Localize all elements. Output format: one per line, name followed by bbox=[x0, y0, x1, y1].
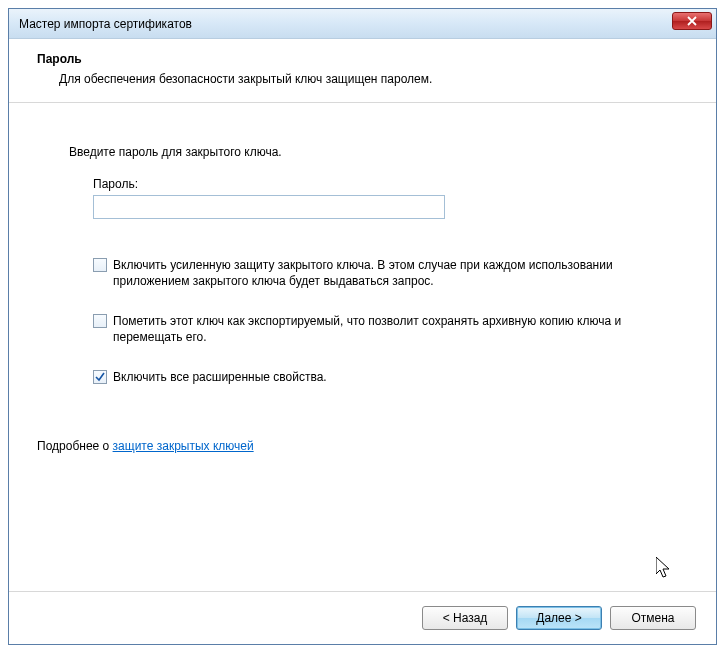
option-extended-props[interactable]: Включить все расширенные свойства. bbox=[93, 369, 688, 385]
option-exportable[interactable]: Пометить этот ключ как экспортируемый, ч… bbox=[93, 313, 688, 345]
cancel-button[interactable]: Отмена bbox=[610, 606, 696, 630]
back-button[interactable]: < Назад bbox=[422, 606, 508, 630]
option-strong-protection-label: Включить усиленную защиту закрытого ключ… bbox=[113, 257, 673, 289]
content-area: Пароль Для обеспечения безопасности закр… bbox=[9, 39, 716, 591]
divider bbox=[9, 102, 716, 103]
close-button[interactable] bbox=[672, 12, 712, 30]
window-title: Мастер импорта сертификатов bbox=[19, 17, 192, 31]
checkbox-strong-protection[interactable] bbox=[93, 258, 107, 272]
check-icon bbox=[95, 372, 105, 382]
section-description: Для обеспечения безопасности закрытый кл… bbox=[59, 72, 688, 86]
titlebar: Мастер импорта сертификатов bbox=[9, 9, 716, 39]
learn-more-link[interactable]: защите закрытых ключей bbox=[113, 439, 254, 453]
option-extended-props-label: Включить все расширенные свойства. bbox=[113, 369, 327, 385]
option-exportable-label: Пометить этот ключ как экспортируемый, ч… bbox=[113, 313, 673, 345]
password-input[interactable] bbox=[93, 195, 445, 219]
next-button[interactable]: Далее > bbox=[516, 606, 602, 630]
password-prompt: Введите пароль для закрытого ключа. bbox=[69, 145, 688, 159]
footer: < Назад Далее > Отмена bbox=[9, 591, 716, 644]
section-title: Пароль bbox=[37, 52, 688, 66]
password-label: Пароль: bbox=[93, 177, 688, 191]
learn-more-prefix: Подробнее о bbox=[37, 439, 113, 453]
checkbox-exportable[interactable] bbox=[93, 314, 107, 328]
option-strong-protection[interactable]: Включить усиленную защиту закрытого ключ… bbox=[93, 257, 688, 289]
password-field-group: Пароль: bbox=[93, 177, 688, 219]
wizard-window: Мастер импорта сертификатов Пароль Для о… bbox=[8, 8, 717, 645]
close-icon bbox=[687, 16, 697, 26]
learn-more: Подробнее о защите закрытых ключей bbox=[37, 439, 688, 453]
checkbox-extended-props[interactable] bbox=[93, 370, 107, 384]
